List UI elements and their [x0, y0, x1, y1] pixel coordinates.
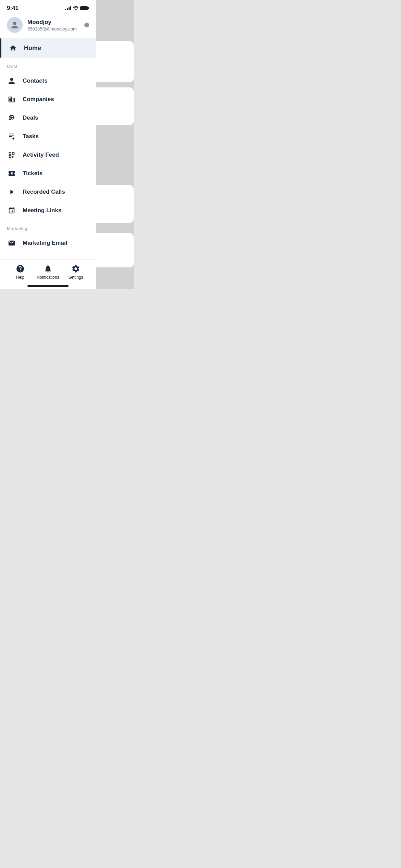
bottom-bar: Help Notifications Settings [0, 260, 96, 282]
marketing-email-label: Marketing Email [23, 240, 67, 246]
inbox-section-header: Inbox [0, 252, 96, 260]
sidebar-item-deals[interactable]: Deals [0, 109, 96, 127]
activity-feed-icon [7, 150, 16, 160]
sidebar-item-meeting-links[interactable]: Meeting Links [0, 201, 96, 220]
sidebar-item-marketing-email[interactable]: Marketing Email [0, 234, 96, 252]
sidebar-item-home[interactable]: Home [0, 38, 96, 58]
settings-button[interactable]: Settings [65, 264, 86, 280]
deals-label: Deals [23, 114, 38, 121]
avatar [7, 17, 23, 33]
navigation-drawer: 9:41 Moodjoy 5503b5f2@moodjoy.co [0, 0, 96, 289]
settings-icon [71, 264, 81, 274]
help-button[interactable]: Help [10, 264, 31, 280]
contacts-label: Contacts [23, 77, 48, 84]
home-label: Home [24, 45, 41, 52]
marketing-section-header: Marketing [0, 220, 96, 234]
meeting-links-icon [7, 206, 16, 215]
status-bar: 9:41 [0, 0, 96, 14]
meeting-links-label: Meeting Links [23, 207, 61, 214]
tickets-icon [7, 169, 16, 178]
user-email: 5503b5f2@moodjoy.com [27, 26, 80, 32]
status-icons [65, 6, 89, 10]
notifications-label: Notifications [37, 275, 59, 280]
notifications-button[interactable]: Notifications [37, 264, 59, 280]
contacts-icon [7, 76, 16, 86]
signal-icon [65, 6, 71, 10]
deals-icon [7, 113, 16, 123]
user-name: Moodjoy [27, 19, 80, 26]
activity-feed-label: Activity Feed [23, 152, 59, 158]
user-avatar-icon [11, 21, 19, 29]
sidebar-item-activity-feed[interactable]: Activity Feed [0, 146, 96, 164]
notification-dot [84, 23, 89, 27]
companies-label: Companies [23, 96, 54, 103]
sidebar-item-companies[interactable]: Companies [0, 90, 96, 109]
sidebar-item-contacts[interactable]: Contacts [0, 72, 96, 90]
notifications-icon [43, 264, 53, 274]
sidebar-item-tickets[interactable]: Tickets [0, 164, 96, 183]
battery-icon [80, 6, 89, 10]
tasks-label: Tasks [23, 133, 39, 140]
user-profile[interactable]: Moodjoy 5503b5f2@moodjoy.com [0, 14, 96, 38]
tickets-label: Tickets [23, 170, 42, 177]
crm-section-header: CRM [0, 58, 96, 72]
companies-icon [7, 95, 16, 104]
sidebar-item-tasks[interactable]: Tasks [0, 127, 96, 146]
home-bar [27, 285, 69, 287]
home-indicator [0, 282, 96, 289]
settings-label: Settings [68, 275, 83, 280]
sidebar-item-recorded-calls[interactable]: Recorded Calls [0, 183, 96, 201]
help-label: Help [16, 275, 25, 280]
recorded-calls-label: Recorded Calls [23, 189, 65, 195]
help-icon [15, 264, 25, 274]
nav-scroll[interactable]: Home CRM Contacts Companies [0, 38, 96, 260]
recorded-calls-icon [7, 187, 16, 197]
tasks-icon [7, 132, 16, 141]
marketing-email-icon [7, 238, 16, 248]
home-icon [8, 43, 18, 53]
user-info: Moodjoy 5503b5f2@moodjoy.com [27, 19, 80, 32]
wifi-icon [73, 6, 78, 10]
status-time: 9:41 [7, 5, 19, 12]
